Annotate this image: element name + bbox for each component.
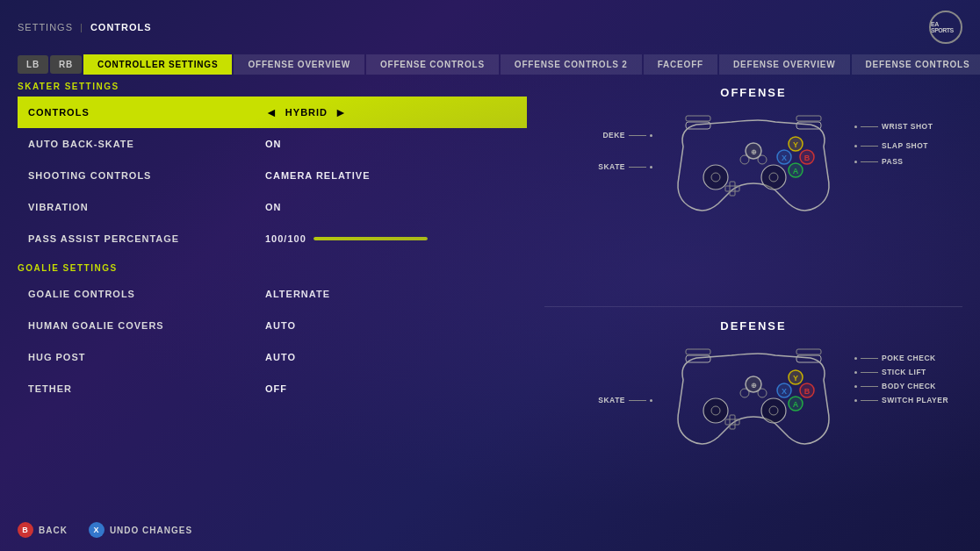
svg-text:X: X xyxy=(782,154,787,162)
body-check-dot xyxy=(854,385,857,388)
tab-lb[interactable]: LB xyxy=(18,55,48,74)
offense-label-wrist-shot: WRIST SHOT xyxy=(854,122,933,131)
wrist-shot-dot xyxy=(854,125,857,128)
setting-row-human-goalie[interactable]: HUMAN GOALIE COVERS AUTO xyxy=(18,310,527,341)
stick-lift-line xyxy=(861,372,878,373)
setting-name-controls: CONTROLS xyxy=(28,107,265,118)
skater-settings-label: SKATER SETTINGS xyxy=(18,82,527,91)
svg-text:⊕: ⊕ xyxy=(751,382,757,390)
svg-rect-43 xyxy=(796,349,821,354)
svg-text:A: A xyxy=(793,167,799,175)
arrow-right-icon[interactable]: ► xyxy=(335,105,348,119)
defense-label-switch-player: SWITCH PLAYER xyxy=(854,396,948,404)
svg-text:⊕: ⊕ xyxy=(751,148,757,156)
offense-label-pass: PASS xyxy=(854,157,904,166)
defense-title: DEFENSE xyxy=(544,319,962,333)
tab-offense-controls-2[interactable]: OFFENSE CONTROLS 2 xyxy=(501,54,642,75)
top-bar: SETTINGS | CONTROLS EA SPORTS xyxy=(0,0,980,54)
right-panel: OFFENSE DEKE SKATE xyxy=(544,82,962,527)
poke-check-dot xyxy=(854,357,857,360)
setting-value-goalie-controls: ALTERNATE xyxy=(265,289,330,299)
svg-point-24 xyxy=(703,398,728,423)
svg-text:B: B xyxy=(804,154,811,162)
setting-row-shooting-controls[interactable]: SHOOTING CONTROLS CAMERA RELATIVE xyxy=(18,160,527,191)
setting-name-hug-post: HUG POST xyxy=(28,352,265,362)
svg-text:Y: Y xyxy=(793,140,798,149)
setting-row-tether[interactable]: TETHER OFF xyxy=(18,373,527,404)
setting-name-pass-assist: PASS ASSIST PERCENTAGE xyxy=(28,233,265,244)
setting-name-vibration: VIBRATION xyxy=(28,202,265,212)
svg-rect-20 xyxy=(686,116,710,121)
switch-player-line xyxy=(861,400,878,401)
breadcrumb-settings: SETTINGS xyxy=(18,22,73,32)
setting-value-auto-back-skate: ON xyxy=(265,139,282,149)
svg-point-2 xyxy=(703,165,728,190)
offense-label-slap-shot: SLAP SHOT xyxy=(854,141,928,150)
left-panel: SKATER SETTINGS CONTROLS ◄ HYBRID ► AUTO… xyxy=(18,82,527,527)
setting-row-controls[interactable]: CONTROLS ◄ HYBRID ► xyxy=(18,97,527,128)
setting-value-human-goalie: AUTO xyxy=(265,320,296,331)
defense-label-body-check: BODY CHECK xyxy=(854,382,936,390)
setting-value-controls: ◄ HYBRID ► xyxy=(265,105,348,119)
setting-name-tether: TETHER xyxy=(28,383,265,394)
setting-row-auto-back-skate[interactable]: AUTO BACK-SKATE ON xyxy=(18,128,527,160)
setting-value-pass-assist: 100/100 xyxy=(265,233,428,244)
offense-title: OFFENSE xyxy=(544,86,962,99)
tab-offense-overview[interactable]: OFFENSE OVERVIEW xyxy=(234,54,364,75)
body-check-line xyxy=(861,386,878,387)
svg-text:Y: Y xyxy=(793,374,798,383)
setting-row-goalie-controls[interactable]: GOALIE CONTROLS ALTERNATE xyxy=(18,278,527,310)
pass-line xyxy=(861,161,878,162)
undo-changes-button[interactable]: X UNDO CHANGES xyxy=(89,522,192,538)
setting-name-human-goalie: HUMAN GOALIE COVERS xyxy=(28,320,265,331)
arrow-left-icon[interactable]: ◄ xyxy=(265,105,278,119)
x-button-icon: X xyxy=(89,522,104,538)
undo-changes-label: UNDO CHANGES xyxy=(110,526,192,535)
svg-point-4 xyxy=(761,165,786,190)
main-content: SKATER SETTINGS CONTROLS ◄ HYBRID ► AUTO… xyxy=(0,82,980,527)
back-label: BACK xyxy=(39,526,68,535)
progress-fill xyxy=(313,237,428,240)
setting-name-goalie-controls: GOALIE CONTROLS xyxy=(28,289,265,299)
poke-check-line xyxy=(861,358,878,359)
svg-text:B: B xyxy=(804,387,811,396)
stick-lift-dot xyxy=(854,371,857,374)
goalie-settings-label: GOALIE SETTINGS xyxy=(18,263,527,273)
setting-name-auto-back-skate: AUTO BACK-SKATE xyxy=(28,139,265,149)
defense-label-stick-lift: STICK LIFT xyxy=(854,368,926,376)
svg-rect-42 xyxy=(686,349,710,354)
switch-player-dot xyxy=(854,399,857,402)
setting-value-tether: OFF xyxy=(265,383,287,394)
tab-defense-controls[interactable]: DEFENSE CONTROLS xyxy=(852,54,980,75)
svg-text:A: A xyxy=(793,400,799,409)
tab-rb[interactable]: RB xyxy=(50,55,82,74)
svg-text:X: X xyxy=(782,387,787,396)
setting-row-hug-post[interactable]: HUG POST AUTO xyxy=(18,341,527,373)
controller-divider xyxy=(544,306,962,307)
breadcrumb: SETTINGS | CONTROLS xyxy=(18,22,152,32)
tab-defense-overview[interactable]: DEFENSE OVERVIEW xyxy=(719,54,850,75)
back-button[interactable]: B BACK xyxy=(18,522,68,538)
setting-row-pass-assist[interactable]: PASS ASSIST PERCENTAGE 100/100 xyxy=(18,223,527,254)
ea-sports-logo: EA SPORTS xyxy=(929,11,962,44)
tab-controller-settings[interactable]: CONTROLLER SETTINGS xyxy=(83,54,232,75)
tab-offense-controls[interactable]: OFFENSE CONTROLS xyxy=(366,54,499,75)
svg-rect-21 xyxy=(796,116,821,121)
setting-value-shooting-controls: CAMERA RELATIVE xyxy=(265,170,371,181)
setting-name-shooting-controls: SHOOTING CONTROLS xyxy=(28,170,265,181)
setting-value-vibration: ON xyxy=(265,202,282,212)
breadcrumb-controls: CONTROLS xyxy=(90,22,152,32)
slap-shot-dot xyxy=(854,145,857,147)
defense-controller-svg: ⊕ Y B X A xyxy=(652,345,854,454)
progress-bar xyxy=(313,237,428,240)
tabs-row: LB RB CONTROLLER SETTINGS OFFENSE OVERVI… xyxy=(0,54,980,75)
slap-shot-line xyxy=(861,146,878,147)
offense-controller-svg: ⊕ Y B X A xyxy=(652,111,854,221)
tab-faceoff[interactable]: FACEOFF xyxy=(644,54,717,75)
setting-row-vibration[interactable]: VIBRATION ON xyxy=(18,191,527,223)
pass-dot xyxy=(854,161,857,163)
svg-point-26 xyxy=(761,398,786,423)
b-button-icon: B xyxy=(18,522,33,538)
breadcrumb-separator: | xyxy=(80,22,83,32)
setting-value-hug-post: AUTO xyxy=(265,352,296,362)
